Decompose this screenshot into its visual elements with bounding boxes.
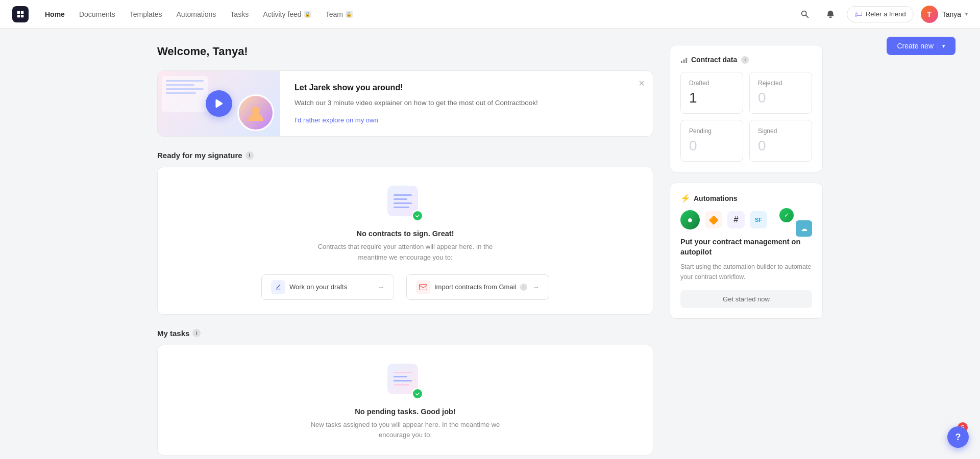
tasks-section: My tasks i: [157, 329, 653, 456]
nav-bar: Home Documents Templates Automations Tas…: [0, 0, 980, 29]
play-icon: [213, 98, 225, 109]
team-lock-icon: 🔒: [346, 11, 353, 18]
bell-icon: [826, 10, 835, 19]
person-thumbnail: [237, 94, 274, 131]
pending-label: Pending: [689, 128, 734, 135]
stat-signed: Signed 0: [749, 120, 812, 162]
automations-card: ⚡ Automations ● 🔶 # SF ☁ ✓ Put your cont…: [670, 183, 823, 319]
tasks-empty-desc: New tasks assigned to you will appear he…: [308, 420, 502, 441]
welcome-title: Welcome, Tanya!: [157, 45, 653, 58]
svg-rect-0: [17, 11, 20, 13]
nav-item-home[interactable]: Home: [39, 7, 71, 21]
ready-section-header: Ready for my signature i: [157, 151, 653, 160]
intro-body: Let Jarek show you around! Watch our 3 m…: [280, 71, 653, 136]
avatar: T: [921, 6, 938, 23]
svg-rect-1: [21, 11, 23, 13]
ready-empty-card: No contracts to sign. Great! Contracts t…: [157, 167, 653, 315]
play-button[interactable]: [206, 90, 232, 117]
ready-illustration: [387, 186, 423, 221]
bar-chart-icon: [680, 56, 688, 64]
intro-video-area[interactable]: [158, 71, 280, 136]
ready-empty-desc: Contracts that require your attention wi…: [303, 242, 507, 263]
create-new-dropdown-icon: ▾: [938, 43, 945, 49]
search-button[interactable]: [796, 5, 814, 23]
drafted-label: Drafted: [689, 80, 734, 87]
explore-own-link[interactable]: I'd rather explore on my own: [295, 116, 378, 124]
activity-feed-lock-icon: 🔒: [304, 11, 311, 18]
ready-section: Ready for my signature i: [157, 151, 653, 315]
rejected-label: Rejected: [758, 80, 803, 87]
logo-icon: [16, 10, 25, 19]
intro-description: Watch our 3 minute video explainer on ho…: [295, 97, 639, 109]
arrow-right-icon: →: [377, 283, 384, 291]
nav-item-documents[interactable]: Documents: [73, 7, 121, 21]
automations-header: ⚡ Automations: [680, 193, 812, 203]
slack-integration-icon: #: [727, 211, 745, 228]
intro-card: Let Jarek show you around! Watch our 3 m…: [157, 70, 653, 137]
gift-icon: 🏷: [854, 10, 863, 19]
signed-label: Signed: [758, 128, 803, 135]
svg-rect-7: [685, 58, 687, 63]
tasks-check-badge: [412, 388, 423, 399]
nav-logo[interactable]: [12, 6, 29, 22]
nav-item-automations[interactable]: Automations: [170, 7, 223, 21]
stat-pending: Pending 0: [680, 120, 743, 162]
svg-rect-6: [683, 59, 685, 63]
arrow-right-icon-2: →: [532, 283, 540, 291]
tasks-illustration: [387, 364, 423, 399]
create-new-button[interactable]: Create new ▾: [887, 37, 955, 55]
nav-item-templates[interactable]: Templates: [124, 7, 168, 21]
pencil-icon-container: [271, 280, 285, 294]
nav-item-team[interactable]: Team 🔒: [320, 7, 359, 21]
automation-card-title: Put your contract management on autopilo…: [680, 237, 812, 258]
salesforce-integration-icon: SF: [750, 211, 767, 228]
contract-data-info-icon[interactable]: i: [741, 56, 749, 64]
tasks-empty-card: No pending tasks. Good job! New tasks as…: [157, 345, 653, 456]
ready-empty-title: No contracts to sign. Great!: [170, 230, 641, 238]
contract-data-header: Contract data i: [680, 56, 812, 64]
drafted-value: 1: [689, 90, 734, 106]
svg-rect-2: [17, 14, 20, 17]
hubspot-integration-icon: 🔶: [705, 211, 722, 228]
help-button[interactable]: ?: [947, 426, 969, 448]
nav-right: 🏷 Refer a friend T Tanya ▾: [796, 5, 968, 23]
signed-value: 0: [758, 138, 803, 154]
intro-title: Let Jarek show you around!: [295, 83, 639, 92]
contract-data-card: Contract data i Drafted 1 Rejected 0 Pen…: [670, 45, 823, 172]
bolt-icon: ⚡: [680, 193, 691, 203]
tasks-empty-title: No pending tasks. Good job!: [170, 407, 641, 416]
automation-card-desc: Start using the automation builder to au…: [680, 262, 812, 282]
gmail-icon: [419, 284, 427, 290]
tasks-section-header: My tasks i: [157, 329, 653, 338]
nav-item-activity-feed[interactable]: Activity feed 🔒: [257, 7, 317, 21]
stat-drafted: Drafted 1: [680, 72, 743, 114]
salesforce-cloud-icon: ☁: [796, 220, 812, 237]
tasks-info-icon[interactable]: i: [192, 329, 201, 337]
check-badge: [412, 210, 423, 221]
refer-friend-button[interactable]: 🏷 Refer a friend: [847, 6, 914, 22]
pending-value: 0: [689, 138, 734, 154]
sidebar: Contract data i Drafted 1 Rejected 0 Pen…: [670, 45, 823, 455]
work-on-drafts-link[interactable]: Work on your drafts →: [261, 274, 394, 300]
ready-info-icon[interactable]: i: [246, 151, 254, 160]
get-started-button[interactable]: Get started now: [680, 290, 812, 308]
extra-integration-icon: ✓: [779, 208, 794, 222]
user-name: Tanya: [942, 10, 961, 18]
svg-rect-5: [681, 61, 682, 63]
gmail-icon-container: [416, 280, 430, 294]
pencil-icon: [275, 284, 282, 291]
user-menu-button[interactable]: T Tanya ▾: [921, 6, 968, 23]
notifications-button[interactable]: [821, 5, 840, 23]
contractbook-integration-icon: ●: [680, 210, 700, 230]
search-icon: [800, 10, 810, 19]
nav-item-tasks[interactable]: Tasks: [224, 7, 255, 21]
ready-actions: Work on your drafts → Import contracts f…: [170, 274, 641, 300]
integration-icons: ● 🔶 # SF ☁ ✓: [680, 210, 812, 230]
import-gmail-link[interactable]: Import contracts from Gmail i →: [406, 274, 549, 300]
chevron-down-icon: ▾: [965, 11, 968, 17]
svg-rect-3: [21, 14, 23, 17]
gmail-info-icon[interactable]: i: [520, 284, 527, 291]
stat-rejected: Rejected 0: [749, 72, 812, 114]
rejected-value: 0: [758, 90, 803, 106]
intro-close-button[interactable]: ×: [639, 78, 645, 88]
